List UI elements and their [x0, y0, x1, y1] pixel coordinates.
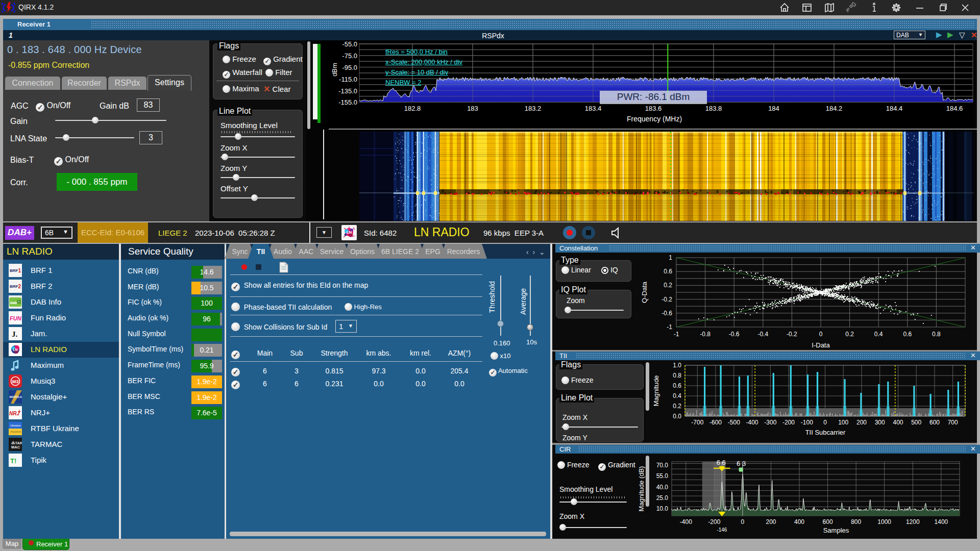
svg-text:Samples: Samples [823, 527, 849, 534]
svg-text:-400: -400 [680, 518, 692, 525]
svg-text:-0.2: -0.2 [662, 296, 672, 303]
svg-text:-0.6: -0.6 [729, 331, 740, 338]
svg-text:Україна: Україна [10, 430, 21, 433]
svg-text:2: 2 [18, 284, 21, 289]
svg-text:0.2: 0.2 [664, 282, 672, 289]
svg-text:0.4: 0.4 [673, 392, 681, 399]
svg-text:1: 1 [18, 268, 21, 273]
svg-text:BRF: BRF [10, 268, 18, 273]
svg-text:25.0: 25.0 [656, 494, 669, 502]
svg-text:0.6: 0.6 [673, 382, 681, 389]
svg-text:LN: LN [347, 230, 352, 235]
svg-text:600: 600 [929, 419, 940, 426]
svg-text:Magnitude: Magnitude [652, 375, 660, 407]
svg-text:T!: T! [10, 457, 16, 465]
svg-text:0.4: 0.4 [874, 331, 883, 338]
svg-text:700: 700 [948, 419, 958, 426]
svg-text:-0.6: -0.6 [662, 310, 672, 317]
svg-text:NOSTALGIE: NOSTALGIE [10, 395, 22, 398]
svg-text:1: 1 [669, 254, 672, 261]
svg-text:BRF: BRF [10, 284, 18, 289]
svg-text:0.2: 0.2 [845, 331, 854, 338]
svg-text:-146: -146 [717, 527, 727, 533]
svg-text:MAC: MAC [11, 445, 20, 449]
svg-text:I-Data: I-Data [812, 341, 830, 349]
svg-text:-0.8: -0.8 [700, 331, 710, 338]
svg-text:100: 100 [838, 419, 848, 426]
svg-text:Ukraine: Ukraine [10, 424, 21, 427]
svg-text:dab: dab [10, 300, 17, 305]
svg-text:0.6: 0.6 [903, 331, 912, 338]
svg-text:800: 800 [851, 518, 861, 525]
svg-text:0.8: 0.8 [673, 372, 681, 379]
svg-text:70.0: 70.0 [656, 462, 669, 469]
svg-text:-100: -100 [801, 419, 813, 426]
svg-text:-400: -400 [746, 419, 758, 426]
svg-text:TII Subcarrier: TII Subcarrier [805, 429, 846, 436]
svg-text:0.0: 0.0 [673, 413, 681, 420]
svg-text:400: 400 [893, 419, 903, 426]
svg-text:55.0: 55.0 [656, 472, 669, 480]
svg-text:-600: -600 [709, 419, 722, 426]
svg-text:400: 400 [794, 518, 804, 525]
svg-text:+: + [18, 409, 21, 414]
svg-text:M3: M3 [12, 379, 19, 384]
svg-text:Magnitude (dB): Magnitude (dB) [638, 466, 645, 512]
svg-text:0.8: 0.8 [932, 331, 941, 338]
svg-text:-1: -1 [674, 331, 679, 338]
svg-text:10.0: 10.0 [656, 505, 669, 512]
svg-text:6 3: 6 3 [737, 460, 746, 467]
svg-text:-0.2: -0.2 [787, 331, 797, 338]
svg-text:200: 200 [766, 518, 776, 525]
svg-text:0: 0 [741, 518, 745, 525]
svg-text:-200: -200 [782, 419, 795, 426]
svg-text:200: 200 [856, 419, 867, 426]
svg-text:-0.4: -0.4 [757, 331, 768, 338]
svg-text:0.2: 0.2 [673, 403, 681, 410]
svg-text:J.: J. [12, 330, 18, 338]
svg-text:-200: -200 [708, 518, 720, 525]
svg-text:-1: -1 [667, 323, 672, 331]
svg-text:-300: -300 [764, 419, 776, 426]
svg-text:40.0: 40.0 [656, 484, 669, 491]
svg-text:1400: 1400 [935, 518, 948, 525]
svg-text:1.0: 1.0 [673, 362, 681, 369]
svg-text:600: 600 [823, 518, 833, 525]
svg-text:FUN: FUN [10, 315, 22, 321]
svg-text:1000: 1000 [877, 518, 891, 525]
svg-text:Q-Data: Q-Data [641, 281, 648, 303]
svg-text:0.6: 0.6 [664, 268, 672, 275]
svg-text:0: 0 [823, 419, 827, 426]
svg-text:0: 0 [819, 331, 823, 338]
svg-text:1200: 1200 [906, 518, 920, 525]
svg-text:500: 500 [911, 419, 921, 426]
svg-text:6 6: 6 6 [717, 459, 726, 466]
svg-text:300: 300 [875, 419, 885, 426]
svg-text:-700: -700 [691, 419, 703, 426]
svg-text:LN: LN [13, 348, 17, 352]
svg-text:-500: -500 [728, 419, 740, 426]
svg-text:+: + [18, 300, 20, 304]
